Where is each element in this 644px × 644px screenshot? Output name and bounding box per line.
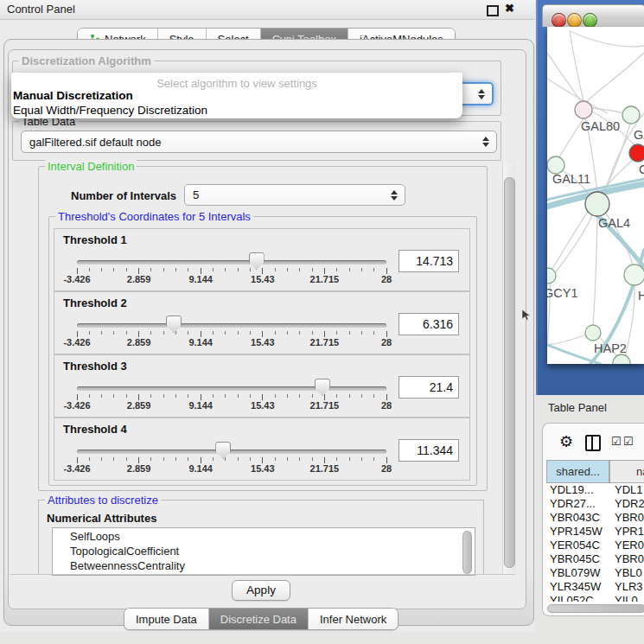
- algorithm-option-equal-width[interactable]: Equal Width/Frequency Discretization: [13, 104, 207, 117]
- float-window-icon[interactable]: [487, 5, 499, 16]
- table-row[interactable]: YER054CYER0: [546, 539, 644, 552]
- slider-tick: [150, 457, 151, 461]
- graph-node-label: GAL80: [581, 119, 620, 133]
- graph-node[interactable]: [613, 354, 630, 364]
- slider-tick: [150, 394, 151, 398]
- threshold-slider-handle[interactable]: [166, 316, 182, 333]
- table-row[interactable]: YBL079WYBL0: [546, 566, 644, 580]
- slider-tick: [238, 394, 239, 398]
- settings-scrollbar-thumb[interactable]: [504, 177, 515, 568]
- threshold-slider-handle[interactable]: [215, 442, 231, 459]
- graph-node[interactable]: [629, 144, 644, 162]
- network-window-titlebar[interactable]: [542, 4, 644, 27]
- close-icon[interactable]: ✖: [505, 2, 514, 15]
- table-header-shared[interactable]: shared...: [546, 460, 609, 483]
- slider-tick: [225, 394, 226, 398]
- split-columns-icon[interactable]: [585, 435, 601, 451]
- graph-node[interactable]: [547, 156, 564, 174]
- slider-scale-label: 2.859: [113, 274, 165, 284]
- gear-icon[interactable]: ⚙: [559, 435, 573, 449]
- slider-tick: [361, 331, 362, 335]
- slider-tick: [262, 394, 263, 400]
- tab-infer-network[interactable]: Infer Network: [309, 609, 398, 629]
- table-cell-name: YIL0: [615, 594, 638, 602]
- threshold-value-field[interactable]: 11.344: [399, 439, 459, 462]
- attribute-list-item[interactable]: TopologicalCoefficient: [70, 545, 179, 558]
- attribute-list-item[interactable]: SelfLoops: [70, 530, 120, 543]
- threshold-slider-track[interactable]: [77, 450, 386, 454]
- tab-impute-data[interactable]: Impute Data: [124, 609, 209, 629]
- checkbox-column-icon[interactable]: ☑: [611, 436, 622, 448]
- slider-tick: [373, 394, 374, 398]
- threshold-slider-track[interactable]: [77, 386, 386, 391]
- table-row[interactable]: YBR043CYBR0: [546, 511, 644, 525]
- table-row[interactable]: YIL052CYIL0: [546, 594, 644, 602]
- threshold-value-field[interactable]: 21.4: [399, 376, 459, 399]
- slider-scale-label: 21.715: [298, 400, 350, 411]
- slider-tick: [213, 457, 214, 461]
- table-cell-shared-name: YIL052C: [550, 594, 594, 602]
- algorithm-option-manual[interactable]: Manual Discretization: [13, 89, 133, 102]
- slider-tick: [361, 394, 362, 398]
- bottom-tab-bar: Impute Data Discretize Data Infer Networ…: [124, 608, 399, 630]
- table-panel-titlebar: Table Panel: [536, 395, 644, 420]
- checkbox-column-icon[interactable]: ☑: [623, 436, 634, 448]
- table-header-name[interactable]: na: [609, 460, 644, 483]
- slider-tick: [238, 268, 239, 271]
- threshold-value-field[interactable]: 14.713: [399, 250, 459, 272]
- threshold-slider-track[interactable]: [77, 260, 386, 265]
- table-hscrollbar-thumb[interactable]: [547, 604, 644, 613]
- slider-tick: [386, 268, 387, 274]
- graph-node-label: GAL4: [598, 216, 630, 230]
- graph-node[interactable]: [585, 325, 601, 341]
- slider-tick: [349, 268, 350, 271]
- slider-tick: [386, 457, 387, 463]
- graph-node[interactable]: [622, 106, 640, 124]
- slider-tick: [188, 457, 188, 461]
- slider-tick: [89, 457, 90, 461]
- table-row[interactable]: YPR145WYPR1: [546, 525, 644, 539]
- slider-tick: [386, 394, 387, 400]
- slider-tick: [312, 457, 313, 461]
- minimize-traffic-light[interactable]: [567, 13, 582, 28]
- slider-tick: [201, 268, 201, 274]
- slider-tick: [163, 268, 164, 271]
- control-panel-window: Control Panel ✖ Network Style Select Cyn…: [0, 0, 535, 632]
- slider-scale-label: 28: [360, 274, 412, 284]
- slider-tick: [101, 268, 102, 271]
- slider-tick: [373, 457, 374, 461]
- slider-tick: [225, 268, 226, 271]
- slider-scale-label: 9.144: [175, 274, 226, 284]
- network-canvas[interactable]: GAL80GACGAL11GAL4GCY1HHAP2: [547, 27, 644, 364]
- slider-tick: [201, 331, 201, 337]
- list-scrollbar-thumb[interactable]: [462, 531, 472, 574]
- threshold-slider-handle[interactable]: [249, 252, 265, 270]
- slider-tick: [373, 268, 374, 271]
- graph-node[interactable]: [585, 192, 609, 216]
- threshold-panel: Threshold 3-3.4262.8599.14415.4321.71528…: [54, 354, 470, 418]
- number-of-intervals-combo[interactable]: 5: [184, 184, 405, 206]
- table-row[interactable]: YBR045CYBR0: [546, 552, 644, 566]
- control-panel-titlebar: Control Panel ✖: [0, 0, 535, 20]
- slider-scale-label: -3.426: [51, 400, 103, 411]
- combo-stepper-icon: [482, 137, 489, 147]
- table-data-combo[interactable]: galFiltered.sif default node: [21, 131, 497, 153]
- tab-discretize-data[interactable]: Discretize Data: [209, 609, 309, 629]
- slider-scale-label: 28: [360, 337, 412, 348]
- apply-button[interactable]: Apply: [232, 580, 290, 601]
- table-row[interactable]: YLR345WYLR3: [546, 580, 644, 594]
- table-row[interactable]: YDR27...YDR2: [546, 497, 644, 511]
- attribute-list-item[interactable]: BetweennessCentrality: [70, 559, 185, 572]
- graph-node[interactable]: [624, 265, 644, 285]
- table-row[interactable]: YDL19...YDL1: [546, 483, 644, 497]
- thresholds-stack: Threshold 1-3.4262.8599.14415.4321.71528…: [54, 228, 470, 482]
- close-traffic-light[interactable]: [552, 13, 566, 28]
- table-rows: YDL19...YDL1YDR27...YDR2YBR043CYBR0YPR14…: [546, 483, 644, 602]
- threshold-value-field[interactable]: 6.316: [399, 313, 459, 335]
- slider-tick: [175, 394, 176, 398]
- graph-node[interactable]: [575, 101, 592, 118]
- threshold-slider-handle[interactable]: [315, 379, 330, 396]
- graph-node[interactable]: [547, 268, 556, 284]
- zoom-traffic-light[interactable]: [583, 13, 597, 28]
- threshold-slider-track[interactable]: [77, 323, 386, 328]
